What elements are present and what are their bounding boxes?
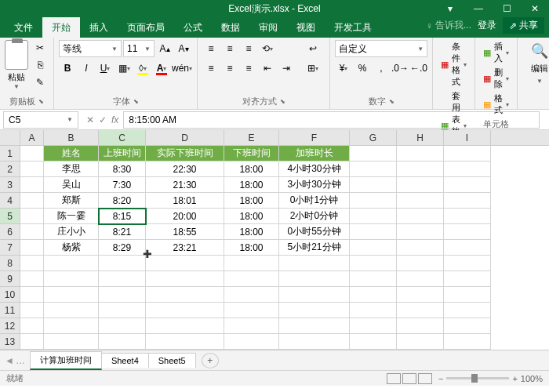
number-format-select[interactable]: 自定义▼ bbox=[335, 40, 427, 57]
close-icon[interactable]: ✕ bbox=[521, 0, 549, 17]
currency-button[interactable]: ¥▾ bbox=[335, 60, 352, 77]
dialog-launcher-icon[interactable]: ⬊ bbox=[280, 98, 285, 105]
cell[interactable]: 2小时0分钟 bbox=[279, 209, 350, 224]
cell[interactable]: 22:30 bbox=[146, 162, 224, 177]
tab-insert[interactable]: 插入 bbox=[80, 17, 118, 38]
cell[interactable] bbox=[20, 146, 44, 162]
cell[interactable] bbox=[444, 146, 491, 162]
accept-formula-icon[interactable]: ✓ bbox=[99, 114, 107, 125]
tell-me-search[interactable]: ♀告诉我... bbox=[426, 19, 471, 32]
cell[interactable] bbox=[397, 224, 444, 240]
sheet-tab[interactable]: Sheet4 bbox=[101, 353, 149, 368]
cell[interactable]: 18:00 bbox=[224, 177, 279, 193]
increase-decimal-button[interactable]: .0→ bbox=[391, 60, 409, 77]
delete-cells-button[interactable]: ▦删除▾ bbox=[480, 66, 512, 91]
copy-button[interactable]: ⎘ bbox=[31, 57, 49, 73]
cell[interactable] bbox=[444, 256, 491, 271]
cell[interactable]: 0小时55分钟 bbox=[279, 224, 350, 240]
view-pagebreak-icon[interactable] bbox=[418, 373, 432, 384]
cell[interactable] bbox=[279, 271, 350, 287]
cell[interactable]: 8:21 bbox=[99, 224, 146, 240]
cell[interactable] bbox=[44, 256, 99, 271]
cell[interactable] bbox=[397, 303, 444, 318]
cell[interactable] bbox=[20, 256, 44, 271]
cell[interactable] bbox=[20, 162, 44, 177]
cell[interactable]: 加班时长 bbox=[279, 146, 350, 162]
tab-layout[interactable]: 页面布局 bbox=[118, 17, 174, 38]
comma-button[interactable]: , bbox=[373, 60, 390, 77]
cell[interactable]: 下班时间 bbox=[224, 146, 279, 162]
align-top-button[interactable]: ≡ bbox=[202, 40, 220, 57]
align-right-button[interactable]: ≡ bbox=[240, 60, 257, 77]
dialog-launcher-icon[interactable]: ⬊ bbox=[133, 98, 139, 105]
share-button[interactable]: ⇗共享 bbox=[503, 17, 544, 34]
cell[interactable]: 23:21 bbox=[146, 240, 224, 256]
cell[interactable] bbox=[350, 162, 397, 177]
cell[interactable] bbox=[146, 271, 224, 287]
view-normal-icon[interactable] bbox=[387, 373, 401, 384]
row-header[interactable]: 2 bbox=[0, 162, 20, 177]
cell[interactable] bbox=[279, 287, 350, 303]
cell[interactable] bbox=[444, 318, 491, 334]
zoom-level[interactable]: 100% bbox=[521, 374, 543, 383]
cell[interactable] bbox=[44, 303, 99, 318]
font-name-select[interactable]: 等线▼ bbox=[59, 40, 122, 57]
percent-button[interactable]: % bbox=[354, 60, 371, 77]
cell[interactable] bbox=[44, 334, 99, 350]
orientation-button[interactable]: ⟲▾ bbox=[259, 40, 276, 57]
name-box[interactable]: C5▼ bbox=[3, 111, 78, 129]
editing-button[interactable]: 🔍 编辑 ▼ bbox=[522, 40, 549, 87]
tab-nav-more-icon[interactable]: … bbox=[16, 355, 25, 366]
cell[interactable] bbox=[99, 256, 146, 271]
cell[interactable] bbox=[350, 318, 397, 334]
underline-button[interactable]: U▾ bbox=[96, 60, 114, 77]
tab-home[interactable]: 开始 bbox=[42, 17, 80, 38]
cell[interactable] bbox=[397, 240, 444, 256]
zoom-out-icon[interactable]: − bbox=[438, 374, 443, 383]
cell[interactable] bbox=[397, 177, 444, 193]
sheet-tab[interactable]: Sheet5 bbox=[148, 353, 196, 368]
cell[interactable] bbox=[279, 334, 350, 350]
cell[interactable] bbox=[350, 303, 397, 318]
row-header[interactable]: 8 bbox=[0, 256, 20, 271]
cell[interactable] bbox=[99, 318, 146, 334]
border-button[interactable]: ▦▾ bbox=[115, 60, 133, 77]
cell[interactable]: 吴山 bbox=[44, 177, 99, 193]
row-header[interactable]: 7 bbox=[0, 240, 20, 256]
cell[interactable] bbox=[350, 240, 397, 256]
row-header[interactable]: 5 bbox=[0, 209, 20, 224]
cell[interactable] bbox=[20, 193, 44, 209]
ribbon-options-icon[interactable]: ▾ bbox=[436, 0, 464, 17]
decrease-font-button[interactable]: A▾ bbox=[175, 40, 192, 57]
cell[interactable] bbox=[20, 177, 44, 193]
cell[interactable] bbox=[397, 287, 444, 303]
tab-file[interactable]: 文件 bbox=[5, 17, 42, 38]
cell[interactable] bbox=[146, 303, 224, 318]
cell[interactable]: 上班时间 bbox=[99, 146, 146, 162]
cell[interactable] bbox=[20, 303, 44, 318]
column-header[interactable]: G bbox=[350, 130, 397, 145]
cell[interactable] bbox=[444, 240, 491, 256]
cell[interactable] bbox=[350, 193, 397, 209]
cell[interactable]: 0小时1分钟 bbox=[279, 193, 350, 209]
minimize-icon[interactable]: — bbox=[464, 0, 493, 17]
align-center-button[interactable]: ≡ bbox=[221, 60, 238, 77]
cell[interactable] bbox=[44, 318, 99, 334]
cell[interactable]: 李思 bbox=[44, 162, 99, 177]
format-painter-button[interactable]: ✎ bbox=[31, 74, 49, 90]
cell[interactable] bbox=[444, 224, 491, 240]
cell[interactable] bbox=[444, 177, 491, 193]
cell[interactable] bbox=[99, 271, 146, 287]
cell[interactable] bbox=[224, 334, 279, 350]
cell[interactable] bbox=[397, 271, 444, 287]
row-header[interactable]: 12 bbox=[0, 318, 20, 334]
wrap-text-button[interactable]: ↩ bbox=[301, 40, 325, 57]
cell[interactable] bbox=[350, 256, 397, 271]
cell[interactable] bbox=[146, 318, 224, 334]
row-header[interactable]: 6 bbox=[0, 224, 20, 240]
cell[interactable]: 5小时21分钟 bbox=[279, 240, 350, 256]
cell[interactable] bbox=[350, 271, 397, 287]
conditional-format-button[interactable]: ▦条件格式▾ bbox=[438, 40, 470, 89]
cell[interactable] bbox=[146, 256, 224, 271]
select-all-corner[interactable] bbox=[0, 130, 20, 145]
